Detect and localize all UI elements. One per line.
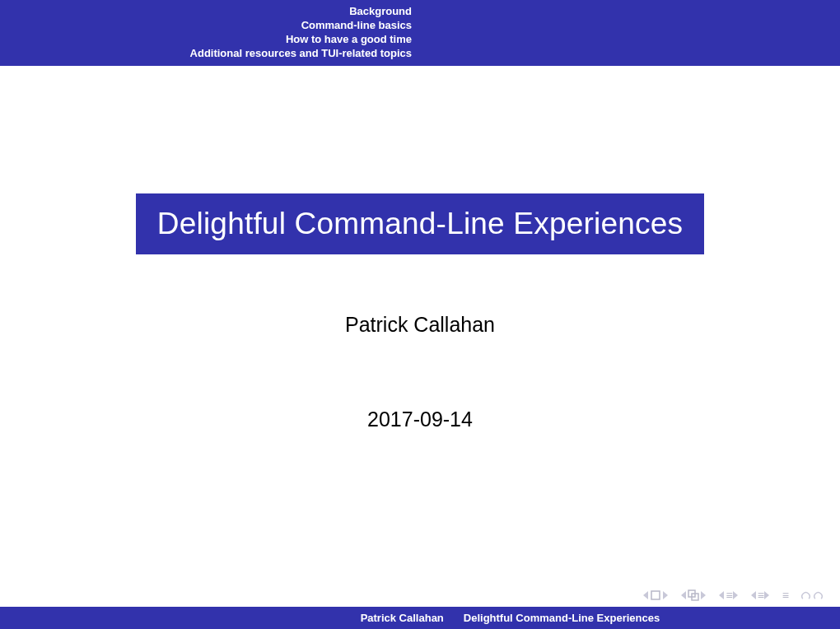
nav-undo-button[interactable] bbox=[800, 590, 824, 601]
lines-icon: ≡ bbox=[726, 589, 730, 602]
triangle-right-icon bbox=[663, 591, 668, 599]
presentation-date: 2017-09-14 bbox=[0, 408, 840, 431]
nav-first-button[interactable] bbox=[643, 589, 668, 601]
slide-title: Delightful Command-Line Experiences bbox=[136, 193, 704, 254]
triangle-left-icon bbox=[751, 591, 756, 599]
section-link[interactable]: Command-line basics bbox=[301, 19, 412, 33]
triangle-right-icon bbox=[701, 591, 706, 599]
undo-arc-icon bbox=[800, 590, 811, 601]
svg-rect-0 bbox=[651, 591, 660, 599]
frame-icon bbox=[650, 589, 661, 601]
author-name: Patrick Callahan bbox=[0, 313, 840, 337]
triangle-right-icon bbox=[733, 591, 738, 599]
navigation-bar: ≡ ≡ ≡ bbox=[0, 585, 840, 606]
section-list: Background Command-line basics How to ha… bbox=[0, 0, 420, 66]
slide: Background Command-line basics How to ha… bbox=[0, 0, 840, 629]
section-link[interactable]: How to have a good time bbox=[286, 33, 412, 47]
subframe-icon bbox=[688, 589, 699, 601]
section-link[interactable]: Background bbox=[349, 5, 412, 19]
section-link[interactable]: Additional resources and TUI-related top… bbox=[190, 47, 412, 61]
triangle-left-icon bbox=[643, 591, 648, 599]
triangle-left-icon bbox=[681, 591, 686, 599]
nav-back-button[interactable]: ≡ bbox=[719, 589, 737, 602]
goto-button[interactable]: ≡ bbox=[782, 589, 787, 602]
nav-prev-button[interactable] bbox=[681, 589, 706, 601]
nav-forward-button[interactable]: ≡ bbox=[751, 589, 769, 602]
title-container: Delightful Command-Line Experiences bbox=[0, 193, 840, 254]
redo-arc-icon bbox=[813, 590, 824, 601]
triangle-right-icon bbox=[764, 591, 769, 599]
footer-author: Patrick Callahan bbox=[0, 607, 454, 629]
triangle-left-icon bbox=[719, 591, 724, 599]
lines-icon: ≡ bbox=[758, 589, 763, 602]
footer-title: Delightful Command-Line Experiences bbox=[454, 607, 840, 629]
header-bar: Background Command-line basics How to ha… bbox=[0, 0, 840, 66]
footer-bar: Patrick Callahan Delightful Command-Line… bbox=[0, 607, 840, 629]
